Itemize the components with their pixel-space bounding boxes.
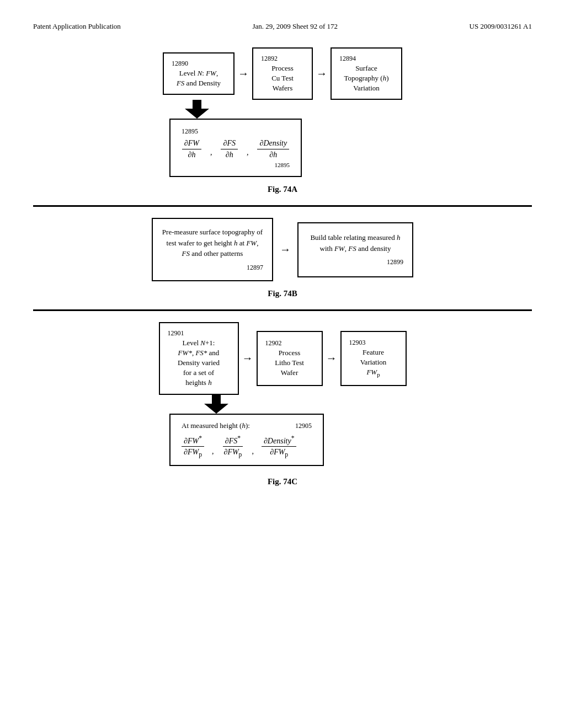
box-12902-num: 12902 (265, 339, 282, 348)
fraction-density-h: ∂Density ∂h (257, 139, 289, 159)
box-12899: Build table relating measured h with FW,… (297, 222, 413, 277)
header-left: Patent Application Publication (33, 22, 121, 31)
box-12901-line4: for a set of (183, 368, 214, 378)
arrow-12901-to-12902: → (239, 352, 257, 365)
fraction-fw-star-num: ∂FW* (182, 435, 204, 447)
page: Patent Application Publication Jan. 29, … (0, 0, 565, 728)
fraction-fs-fwp: ∂FS* ∂FWp (221, 435, 244, 458)
fraction-density-numerator: ∂Density (257, 139, 289, 149)
box-12894-line2: Topography (h) (344, 73, 388, 83)
box-12901-num: 12901 (168, 329, 184, 338)
box-12895-label: 12895 (275, 162, 290, 168)
arrow-head-74c (204, 404, 228, 414)
fig74a-label: Fig. 74A (33, 185, 532, 194)
box-12894-num: 12894 (339, 54, 356, 63)
box-12890: 12890 Level N: FW, FS and Density (163, 52, 234, 95)
fraction-fw-fwp: ∂FW* ∂FWp (182, 435, 204, 458)
fraction-fw-h: ∂FW ∂h (182, 139, 201, 159)
comma-74c-2: , (252, 447, 254, 456)
box-12894-line1: Surface (355, 63, 377, 73)
box-12903-line2: Variation (360, 357, 387, 367)
box-12902-line2: Litho Test (275, 358, 304, 368)
box-12897: Pre-measure surface topography of test w… (152, 218, 273, 281)
arrow-down-12892 (185, 100, 209, 119)
fig74b-label: Fig. 74B (33, 289, 532, 298)
fig74c-top-row: 12901 Level N+1: FW*, FS* and Density va… (159, 322, 407, 395)
fraction-fw-numerator: ∂FW (182, 139, 201, 149)
box-12894-line3: Variation (353, 83, 380, 93)
fraction-fs-numerator: ∂FS (221, 139, 237, 149)
box-12899-num: 12899 (387, 257, 403, 267)
fig74b-diagram: Pre-measure surface topography of test w… (33, 218, 532, 281)
box-12903-line3: FWp (366, 367, 380, 379)
box-12905-label: At measured height (h): (182, 421, 250, 430)
fig74a-top-row: 12890 Level N: FW, FS and Density → 1289… (163, 47, 402, 100)
fraction-row-12895: ∂FW ∂h , ∂FS ∂h , ∂Density ∂h (182, 139, 290, 159)
fig74a-diagram: 12890 Level N: FW, FS and Density → 1289… (33, 47, 532, 177)
box-12901: 12901 Level N+1: FW*, FS* and Density va… (159, 322, 239, 395)
arrow-shaft (193, 100, 201, 109)
fig74c-label: Fig. 74C (33, 477, 532, 486)
box-12890-num: 12890 (172, 59, 188, 68)
divider-2 (33, 309, 532, 311)
box-12903: 12903 Feature Variation FWp (340, 331, 407, 386)
fraction-fw-star-den: ∂FWp (182, 447, 204, 458)
box-12892-num: 12892 (261, 54, 278, 63)
box-12892-line1: Process (271, 63, 294, 73)
comma2: , (247, 148, 249, 157)
box-12895-num: 12895 (182, 127, 198, 136)
fraction-density-fwp: ∂Density* ∂FWp (262, 435, 297, 458)
box-12897-text: Pre-measure surface topography of test w… (162, 227, 263, 259)
arrow-12902-to-12903: → (323, 352, 340, 365)
box-12901-line1: Level N+1: (183, 338, 215, 348)
box-12901-line3: Density varied (178, 358, 220, 368)
box-12890-line1: Level N: FW, (179, 68, 218, 78)
comma-74c-1: , (212, 447, 214, 456)
comma1: , (210, 148, 212, 157)
fraction-fs-h: ∂FS ∂h (221, 139, 237, 159)
box-12901-line5: heights h (185, 378, 211, 388)
fraction-fs-star-den: ∂FWp (221, 447, 244, 458)
arrow-shaft-74c (212, 395, 221, 404)
box-12897-num: 12897 (247, 263, 263, 272)
header-middle: Jan. 29, 2009 Sheet 92 of 172 (252, 22, 338, 31)
box-12899-text: Build table relating measured h with FW,… (307, 232, 403, 254)
box-12892-line2: Cu Test (271, 73, 294, 83)
box-12902-line1: Process (279, 348, 301, 358)
box-12901-line2: FW*, FS* and (178, 348, 220, 358)
box-12905: At measured height (h): 12905 ∂FW* ∂FWp … (169, 414, 324, 466)
fraction-density-star-den: ∂FWp (268, 447, 290, 458)
divider-1 (33, 205, 532, 207)
arrow-head (185, 109, 209, 119)
box-12905-num: 12905 (295, 422, 312, 430)
arrow-12890-to-12892: → (234, 67, 252, 80)
box-12902: 12902 Process Litho Test Wafer (257, 331, 323, 386)
box-12892: 12892 Process Cu Test Wafers (252, 47, 313, 100)
box-12890-line2: FS and Density (177, 78, 221, 88)
box-12902-line3: Wafer (281, 368, 298, 378)
box-12895: 12895 ∂FW ∂h , ∂FS ∂h , ∂Density ∂h (169, 119, 302, 177)
box-12894: 12894 Surface Topography (h) Variation (331, 47, 402, 100)
fraction-density-star-num: ∂Density* (262, 435, 297, 447)
fraction-density-denominator: ∂h (267, 149, 279, 159)
fraction-fw-denominator: ∂h (185, 149, 198, 159)
box-12903-num: 12903 (349, 338, 366, 347)
arrow-down-12902 (204, 395, 228, 414)
page-header: Patent Application Publication Jan. 29, … (33, 22, 532, 31)
fraction-fs-denominator: ∂h (223, 149, 236, 159)
arrow-12892-to-12894: → (313, 67, 331, 80)
arrow-12897-to-12899: → (273, 243, 297, 256)
fig74c-diagram: 12901 Level N+1: FW*, FS* and Density va… (33, 322, 532, 466)
fraction-row-12905: ∂FW* ∂FWp , ∂FS* ∂FWp , ∂Density* ∂FWp (182, 435, 312, 458)
fraction-fs-star-num: ∂FS* (223, 435, 243, 447)
box-12903-line1: Feature (363, 347, 384, 357)
box-12892-line3: Wafers (273, 83, 293, 93)
header-right: US 2009/0031261 A1 (470, 22, 532, 31)
